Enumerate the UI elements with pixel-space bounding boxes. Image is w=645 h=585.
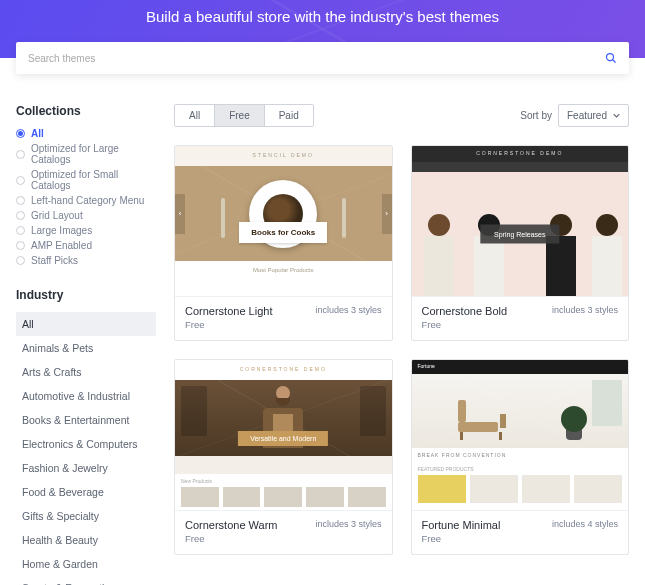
radio-icon — [16, 176, 25, 185]
radio-icon — [16, 226, 25, 235]
theme-card[interactable]: Fortune BREAK FROM CONVENTION FEATURED P… — [411, 359, 630, 555]
collection-label: Large Images — [31, 225, 92, 236]
industry-option[interactable]: Arts & Crafts — [16, 360, 156, 384]
search-input[interactable] — [28, 53, 605, 64]
hero-title: Build a beautiful store with the industr… — [0, 0, 645, 25]
preview-hero — [412, 374, 629, 448]
theme-thumbnail: Fortune BREAK FROM CONVENTION FEATURED P… — [412, 360, 629, 510]
chevron-left-icon: ‹ — [175, 194, 185, 234]
sidebar: Collections AllOptimized for Large Catal… — [16, 104, 156, 585]
radio-icon — [16, 196, 25, 205]
preview-hero: ‹ › Books for Cooks — [175, 166, 392, 261]
preview-badge: Books for Cooks — [239, 222, 327, 243]
theme-thumbnail: CORNERSTONE DEMO Versatile and Modern Ne… — [175, 360, 392, 510]
industry-option[interactable]: Health & Beauty — [16, 528, 156, 552]
collection-option[interactable]: Staff Picks — [16, 255, 156, 266]
collection-label: Grid Layout — [31, 210, 83, 221]
collection-label: Staff Picks — [31, 255, 78, 266]
chevron-down-icon — [613, 112, 620, 119]
preview-badge: Versatile and Modern — [238, 431, 328, 446]
theme-styles: includes 3 styles — [315, 519, 381, 529]
industry-option[interactable]: All — [16, 312, 156, 336]
preview-header: Fortune — [412, 360, 629, 374]
industry-option[interactable]: Automotive & Industrial — [16, 384, 156, 408]
theme-card[interactable]: STENCIL DEMO ‹ › Books for Cooks Most Po… — [174, 145, 393, 341]
filter-tab[interactable]: Paid — [265, 105, 313, 126]
theme-styles: includes 4 styles — [552, 519, 618, 529]
search-box[interactable] — [16, 42, 629, 74]
filter-tab[interactable]: All — [175, 105, 215, 126]
industry-option[interactable]: Home & Garden — [16, 552, 156, 576]
theme-name: Cornerstone Light — [185, 305, 272, 317]
theme-price: Free — [422, 533, 501, 544]
theme-grid: STENCIL DEMO ‹ › Books for Cooks Most Po… — [174, 145, 629, 555]
main-content: AllFreePaid Sort by Featured STENCIL DEM… — [174, 104, 629, 585]
sort-label: Sort by — [520, 110, 552, 121]
industry-option[interactable]: Electronics & Computers — [16, 432, 156, 456]
collection-label: Optimized for Small Catalogs — [31, 169, 156, 191]
collection-option[interactable]: Grid Layout — [16, 210, 156, 221]
preview-header: CORNERSTONE DEMO — [175, 360, 392, 380]
radio-icon — [16, 150, 25, 159]
preview-hero: Versatile and Modern — [175, 380, 392, 456]
collection-label: AMP Enabled — [31, 240, 92, 251]
svg-point-0 — [607, 54, 614, 61]
collections-heading: Collections — [16, 104, 156, 118]
theme-thumbnail: CORNERSTONE DEMO Spring Releases — [412, 146, 629, 296]
preview-header: STENCIL DEMO — [175, 146, 392, 166]
chevron-right-icon: › — [382, 194, 392, 234]
industry-option[interactable]: Fashion & Jewelry — [16, 456, 156, 480]
preview-badge: Spring Releases — [480, 225, 559, 244]
sort-control: Sort by Featured — [520, 104, 629, 127]
preview-footer: Most Popular Products — [175, 261, 392, 296]
collections-list: AllOptimized for Large CatalogsOptimized… — [16, 128, 156, 266]
preview-footer: FEATURED PRODUCTS — [412, 462, 629, 510]
preview-strip: BREAK FROM CONVENTION — [412, 448, 629, 462]
theme-price: Free — [422, 319, 508, 330]
radio-icon — [16, 129, 25, 138]
price-filter-tabs: AllFreePaid — [174, 104, 314, 127]
collection-option[interactable]: Left-hand Category Menu — [16, 195, 156, 206]
industry-option[interactable]: Books & Entertainment — [16, 408, 156, 432]
collection-option[interactable]: Large Images — [16, 225, 156, 236]
theme-thumbnail: STENCIL DEMO ‹ › Books for Cooks Most Po… — [175, 146, 392, 296]
radio-icon — [16, 256, 25, 265]
theme-price: Free — [185, 533, 278, 544]
filter-tab[interactable]: Free — [215, 105, 265, 126]
theme-styles: includes 3 styles — [315, 305, 381, 315]
preview-hero: Spring Releases — [412, 172, 629, 296]
theme-name: Fortune Minimal — [422, 519, 501, 531]
preview-footer: New Products — [175, 474, 392, 510]
collection-label: Optimized for Large Catalogs — [31, 143, 156, 165]
collection-option[interactable]: All — [16, 128, 156, 139]
industry-option[interactable]: Sports & Recreation — [16, 576, 156, 585]
theme-card[interactable]: CORNERSTONE DEMO Spring Releases Corners… — [411, 145, 630, 341]
svg-line-1 — [613, 60, 616, 63]
industry-heading: Industry — [16, 288, 156, 302]
collection-option[interactable]: Optimized for Small Catalogs — [16, 169, 156, 191]
sort-value: Featured — [567, 110, 607, 121]
theme-price: Free — [185, 319, 272, 330]
sort-select[interactable]: Featured — [558, 104, 629, 127]
radio-icon — [16, 241, 25, 250]
collection-option[interactable]: AMP Enabled — [16, 240, 156, 251]
search-icon[interactable] — [605, 52, 617, 64]
industry-list: AllAnimals & PetsArts & CraftsAutomotive… — [16, 312, 156, 585]
radio-icon — [16, 211, 25, 220]
preview-header: CORNERSTONE DEMO — [412, 146, 629, 162]
collection-label: Left-hand Category Menu — [31, 195, 144, 206]
industry-option[interactable]: Gifts & Specialty — [16, 504, 156, 528]
industry-option[interactable]: Food & Beverage — [16, 480, 156, 504]
collection-label: All — [31, 128, 44, 139]
theme-name: Cornerstone Bold — [422, 305, 508, 317]
theme-styles: includes 3 styles — [552, 305, 618, 315]
controls-bar: AllFreePaid Sort by Featured — [174, 104, 629, 127]
collection-option[interactable]: Optimized for Large Catalogs — [16, 143, 156, 165]
theme-name: Cornerstone Warm — [185, 519, 278, 531]
theme-card[interactable]: CORNERSTONE DEMO Versatile and Modern Ne… — [174, 359, 393, 555]
industry-option[interactable]: Animals & Pets — [16, 336, 156, 360]
